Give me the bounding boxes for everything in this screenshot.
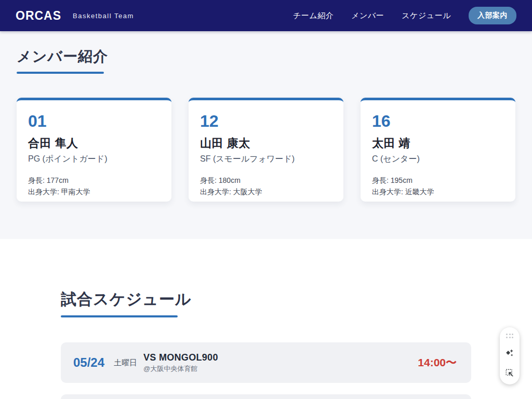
member-height: 身長: 180cm (200, 175, 332, 187)
game-day: 土曜日 (114, 358, 137, 368)
member-card: 16 太田 靖 C (センター) 身長: 195cm 出身大学: 近畿大学 (361, 98, 515, 202)
member-number: 16 (372, 112, 504, 131)
nav-item-members[interactable]: メンバー (351, 11, 384, 21)
member-name: 山田 康太 (200, 136, 332, 151)
member-cards: 01 合田 隼人 PG (ポイントガード) 身長: 177cm 出身大学: 甲南… (17, 98, 515, 202)
game-list: 05/24 土曜日 VS MONGOL900 @大阪中央体育館 14:00〜 (61, 342, 471, 399)
site-tagline: Basketball Team (73, 12, 134, 20)
main-nav: チーム紹介 メンバー スケジュール 入部案内 (293, 7, 516, 24)
member-number: 12 (200, 112, 332, 131)
member-university: 出身大学: 近畿大学 (372, 187, 504, 198)
members-title-underline (17, 72, 104, 74)
member-university: 出身大学: 大阪大学 (200, 187, 332, 198)
nav-item-schedule[interactable]: スケジュール (402, 11, 451, 21)
member-position: PG (ポイントガード) (28, 154, 160, 165)
members-section: メンバー紹介 01 合田 隼人 PG (ポイントガード) 身長: 177cm 出… (0, 31, 532, 239)
schedule-section: 試合スケジュール 05/24 土曜日 VS MONGOL900 @大阪中央体育館… (0, 239, 532, 399)
site-logo: ORCAS (16, 9, 61, 23)
overlay-toolbar (500, 327, 520, 384)
member-position: SF (スモールフォワード) (200, 154, 332, 165)
member-card: 01 合田 隼人 PG (ポイントガード) 身長: 177cm 出身大学: 甲南… (17, 98, 171, 202)
game-row (61, 394, 471, 399)
member-number: 01 (28, 112, 160, 131)
game-venue: @大阪中央体育館 (143, 364, 218, 374)
members-section-title: メンバー紹介 (17, 47, 515, 66)
area-select-icon[interactable] (504, 368, 515, 378)
site-header: ORCAS Basketball Team チーム紹介 メンバー スケジュール … (0, 0, 532, 31)
member-height: 身長: 177cm (28, 175, 160, 187)
game-row: 05/24 土曜日 VS MONGOL900 @大阪中央体育館 14:00〜 (61, 342, 471, 383)
schedule-section-title: 試合スケジュール (61, 289, 471, 310)
member-card: 12 山田 康太 SF (スモールフォワード) 身長: 180cm 出身大学: … (189, 98, 343, 202)
member-university: 出身大学: 甲南大学 (28, 187, 160, 198)
member-height: 身長: 195cm (372, 175, 504, 187)
member-name: 太田 靖 (372, 136, 504, 151)
game-time: 14:00〜 (418, 355, 457, 370)
member-name: 合田 隼人 (28, 136, 160, 151)
drag-handle-icon[interactable] (506, 334, 514, 338)
game-date: 05/24 (73, 355, 104, 370)
nav-item-team[interactable]: チーム紹介 (293, 11, 334, 21)
schedule-title-underline (61, 315, 178, 317)
join-button[interactable]: 入部案内 (469, 7, 516, 24)
game-opponent: VS MONGOL900 (143, 352, 218, 363)
member-position: C (センター) (372, 154, 504, 165)
sparkle-icon[interactable] (504, 348, 515, 358)
